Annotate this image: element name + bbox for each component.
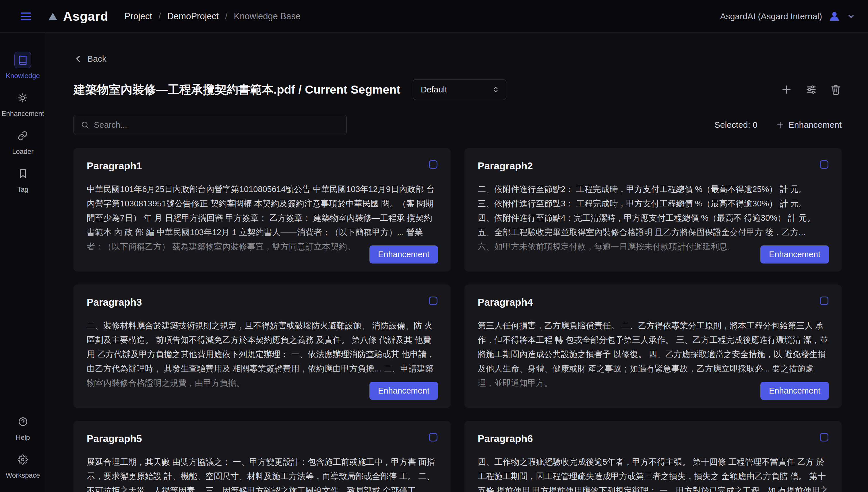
segment-card: Paragraph1 中華民國101年6月25日內政部台內營字第10108056… [73,148,451,272]
user-icon [828,10,841,23]
sidebar-item-label: Enhancement [1,109,44,118]
card-checkbox[interactable] [429,297,438,305]
card-title: Paragraph5 [87,433,438,444]
segment-select[interactable]: Default [413,79,506,100]
gear-icon [14,451,31,468]
sidebar-item-label: Loader [12,148,33,155]
card-checkbox[interactable] [820,160,828,169]
account-label: AsgardAI (Asgard Internal) [720,11,822,21]
card-text: 中華民國101年6月25日內政部台內營字第1010805614號公告 中華民國1… [87,182,438,254]
segment-card: Paragraph6 四、工作物之瑕疵經驗收完成後逾5年者，甲方不得主張。 第十… [465,421,842,492]
back-label: Back [87,54,106,64]
plus-icon [776,121,785,129]
add-enhancement-button[interactable]: Enhancement [776,120,842,130]
sidebar-item-label: Knowledge [6,72,40,80]
selected-count: Selected: 0 [714,120,758,130]
page-title: 建築物室內裝修—工程承攬契約書範本.pdf / Current Segment [73,82,400,98]
sidebar-item-enhancement[interactable]: Enhancement [1,90,44,118]
sidebar-item-label: Workspace [6,471,40,479]
sidebar-item-label: Tag [17,186,28,194]
sidebar: Knowledge Enhancement Loader [0,33,46,492]
segment-card: Paragraph4 第三人任何損害，乙方應負賠償責任。 二、乙方得依專業分工原… [465,285,842,408]
search-box [73,115,347,135]
card-enhancement-button[interactable]: Enhancement [369,382,438,400]
card-checkbox[interactable] [820,297,828,305]
hamburger-icon[interactable] [18,9,33,24]
app-title: Asgard [63,9,108,24]
card-checkbox[interactable] [429,160,438,169]
app-logo[interactable]: Asgard [47,9,108,24]
link-icon [14,127,31,144]
segment-card: Paragraph5 展延合理工期，其天數 由雙方協議之： 一、甲方變更設計：包… [73,421,451,492]
search-icon [81,121,89,129]
sun-icon [14,90,31,106]
card-enhancement-button[interactable]: Enhancement [369,245,438,264]
card-checkbox[interactable] [429,433,438,441]
breadcrumb-separator: / [158,11,161,22]
trash-icon [830,84,842,95]
back-button[interactable]: Back [73,54,106,64]
segment-card-grid: Paragraph1 中華民國101年6月25日內政部台內營字第10108056… [73,148,842,492]
card-enhancement-button[interactable]: Enhancement [760,382,829,400]
settings-sliders-button[interactable] [805,84,817,95]
card-text: 二、依附件進行至節點2： 工程完成時，甲方支付工程總價 %（最高不得逾25%） … [478,182,828,254]
sidebar-item-help[interactable]: Help [15,413,31,441]
topbar: Asgard Project / DemoProject / Knowledge… [0,0,868,33]
segment-select-value: Default [421,85,491,94]
card-text: 四、工作物之瑕疵經驗收完成後逾5年者，甲方不得主張。 第十四條 工程管理不當責任… [478,455,828,492]
sidebar-item-loader[interactable]: Loader [12,127,33,155]
book-icon [14,52,31,68]
card-title: Paragraph2 [478,160,828,172]
sliders-icon [805,84,817,95]
account-menu[interactable]: AsgardAI (Asgard Internal) [720,10,855,23]
bookmark-icon [15,165,31,182]
breadcrumb-knowledge-base[interactable]: Knowledge Base [234,11,301,22]
card-text: 第三人任何損害，乙方應負賠償責任。 二、乙方得依專業分工原則，將本工程分包給第三… [478,318,828,391]
sidebar-item-knowledge[interactable]: Knowledge [6,52,40,80]
add-button[interactable] [781,84,792,95]
breadcrumb-separator: / [225,11,228,22]
card-checkbox[interactable] [820,433,828,441]
sidebar-item-tag[interactable]: Tag [15,165,31,194]
plus-icon [781,84,792,95]
help-icon [15,413,31,430]
card-text: 展延合理工期，其天數 由雙方協議之： 一、甲方變更設計：包含施工前或施工中，甲方… [87,455,438,492]
sidebar-item-label: Help [16,434,30,441]
delete-button[interactable] [830,84,842,95]
card-title: Paragraph1 [87,160,438,172]
sidebar-item-workspace[interactable]: Workspace [6,451,40,479]
add-enhancement-label: Enhancement [789,120,842,130]
card-title: Paragraph6 [478,433,828,444]
chevron-down-icon [847,12,855,21]
segment-card: Paragraph2 二、依附件進行至節點2： 工程完成時，甲方支付工程總價 %… [465,148,842,272]
card-title: Paragraph4 [478,297,828,308]
breadcrumb-project[interactable]: Project [125,11,152,22]
logo-triangle-icon [47,10,58,22]
unfold-icon [491,85,500,94]
card-text: 二、裝修材料應合於建築技術規則之規定，且不得妨害或破壞防火避難設施、 消防設備、… [87,318,438,391]
breadcrumb-demoproject[interactable]: DemoProject [167,11,219,22]
search-input[interactable] [94,120,340,130]
chevron-left-icon [73,54,83,64]
card-enhancement-button[interactable]: Enhancement [760,245,829,264]
breadcrumb: Project / DemoProject / Knowledge Base [125,11,301,22]
card-title: Paragraph3 [87,297,438,308]
segment-card: Paragraph3 二、裝修材料應合於建築技術規則之規定，且不得妨害或破壞防火… [73,285,451,408]
main-content: Back 建築物室內裝修—工程承攬契約書範本.pdf / Current Seg… [46,33,868,492]
